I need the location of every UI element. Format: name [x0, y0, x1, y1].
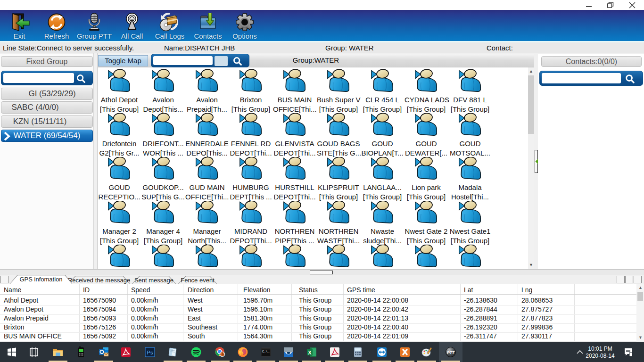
svg-text:X: X [308, 350, 312, 355]
svg-text:C:\_: C:\_ [262, 350, 270, 354]
svg-text:PTT: PTT [447, 350, 455, 355]
svg-text:Ps: Ps [147, 350, 153, 355]
